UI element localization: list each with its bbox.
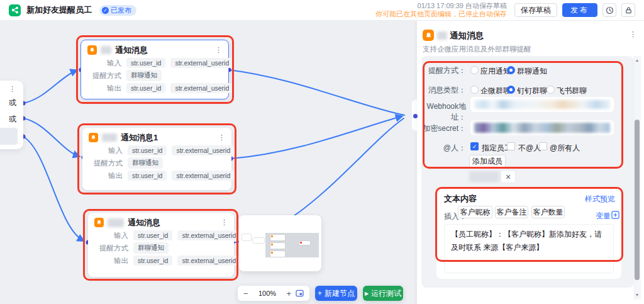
kebab-icon[interactable]: ⋮ [630,31,636,38]
new-node-button[interactable]: + 新建节点 [315,286,357,301]
radio-app-notify[interactable] [470,66,479,74]
save-draft-button[interactable]: 保存草稿 [514,3,557,17]
kebab-icon[interactable]: ⋮ [9,86,16,93]
redacted-text [101,46,111,54]
edge-or-to-node1 [23,70,76,103]
webhook-input[interactable] [470,97,614,112]
badge-label: 已发布 [111,6,131,15]
text-content-card: 文本内容 样式预览 插入： 客户昵称 客户备注 客户数量 变量 【员工昵称】：【… [436,188,621,279]
checkbox-at-all[interactable] [539,142,547,150]
status-badge: ✓ 已发布 [99,5,136,16]
secret-input[interactable] [470,120,614,135]
zoom-out-button[interactable]: − [243,290,248,298]
properties-panel: 通知消息 ⋮ 支持企微应用消息及外部群聊提醒 提醒方式： 应用通知 群聊通知 消… [417,21,644,304]
badge-check-icon: ✓ [102,7,109,14]
message-content-textarea[interactable]: 【员工昵称】：【客户昵称】新添加好友，请及时联系 来源【客户来源】 [444,224,614,273]
panel-subtitle: 支持企微应用消息及外部群聊提醒 [423,45,531,54]
radio-group-notify[interactable] [507,66,515,74]
insert-customer-nickname-button[interactable]: 客户昵称 [458,206,492,218]
pill-value: str.external_userid [177,256,240,266]
row-label: 提醒方式 [87,71,121,81]
row-label: 提醒方式 [89,159,123,168]
zoom-level: 100% [253,290,282,297]
checkbox-label[interactable]: 不@人 [518,143,541,154]
radio-label[interactable]: 钉钉群聊 [517,86,547,96]
checkbox-no-at[interactable] [507,142,515,150]
row-label: 输出 [89,171,123,181]
minimap-node-dot [271,244,273,245]
edge-node1-out [229,70,404,115]
variable-link[interactable]: 变量 [596,211,611,222]
radio-dingtalk-group[interactable] [507,86,515,94]
lock-icon [625,6,633,14]
row-label: 输出 [87,84,121,93]
node-notify-2[interactable]: 通知消息1 ⋮ 输入 str.user_id str.external_user… [82,128,231,190]
row-label: 提醒方式 [94,244,128,253]
publish-button[interactable]: 发布 [562,3,597,17]
bell-icon [423,30,434,41]
minimap[interactable] [239,215,321,271]
page-title: 新加好友提醒员工 [26,4,92,16]
pill-value: str.user_id [133,230,172,240]
app-logo-icon[interactable] [9,4,21,16]
bell-icon [94,218,104,227]
plus-icon: + [318,289,322,298]
clock-icon [606,6,614,14]
pill-value: str.external_userid [170,58,233,68]
edge-or-to-node2 [23,118,79,156]
checkbox-label[interactable]: @所有人 [550,143,580,154]
minimap-toggle-icon[interactable] [296,290,304,297]
pill-value: str.external_userid [177,230,240,240]
autosave-time: 01/13 17:09:39 自动保存草稿 [375,3,507,9]
scroll-up-icon[interactable]: ▴ [634,57,640,63]
kebab-icon[interactable]: ⋮ [215,47,222,53]
pill-value: 群聊通知 [126,70,162,81]
node-notify-1[interactable]: 通知消息 ⋮ 输入 str.user_id str.external_useri… [80,40,229,99]
radio-label[interactable]: 群聊通知 [517,66,547,77]
radio-feishu-group[interactable] [547,86,555,94]
redacted-member-chip [469,171,499,182]
node-notify-3[interactable]: 通知消息 ⋮ 输入 str.user_id str.external_useri… [88,213,234,277]
new-node-label: 新建节点 [325,288,355,299]
zoom-toolbar: − 100% + [238,286,309,301]
scrollbar-thumb[interactable] [635,120,640,280]
zoom-in-button[interactable]: + [286,290,291,298]
redacted-secret-value [474,123,610,133]
history-button[interactable] [602,3,616,17]
condition-or-card[interactable]: ⋮ 或 或 [0,81,23,149]
webhook-label: Webhook地址： [417,101,466,123]
minimap-node [242,234,251,240]
redacted-webhook-value [474,100,610,109]
kebab-icon[interactable]: ⋮ [218,134,225,141]
run-test-label: 运行测试 [371,288,401,299]
remove-member-button[interactable]: × [501,170,516,183]
scroll-down-icon[interactable]: ▾ [634,292,640,298]
minimap-node-dot [300,242,302,244]
radio-wecom-group[interactable] [470,86,479,94]
lock-button[interactable] [621,3,635,17]
insert-customer-note-button[interactable]: 客户备注 [495,206,528,218]
row-label: 输入 [89,146,123,155]
insert-customer-count-button[interactable]: 客户数量 [531,206,565,218]
redacted-text [108,218,124,227]
radio-label[interactable]: 企微群聊 [480,86,511,96]
row-label: 输入 [94,231,128,240]
autosave-warning: 你可能已在其他页面编辑，已停止自动保存 [375,11,507,18]
radio-label[interactable]: 飞书群聊 [557,86,587,96]
at-label: @人： [440,143,466,154]
minimap-node-dot [271,252,273,254]
panel-title: 通知消息 [450,30,484,42]
run-test-button[interactable]: ▶ 运行测试 [363,286,403,301]
kebab-icon[interactable]: ⋮ [221,219,228,226]
bell-icon [87,45,97,55]
style-preview-link[interactable]: 样式预览 [585,194,615,205]
checkbox-assign-staff[interactable]: ✓ [470,142,479,150]
redacted-text [102,133,117,142]
pill-value: str.user_id [128,145,167,155]
radio-label[interactable]: 应用通知 [480,66,511,77]
redacted-text [437,31,447,40]
pill-value: str.user_id [126,58,165,68]
condition-gray-block [0,128,18,145]
minimap-node [253,238,264,243]
add-member-button[interactable]: 添加成员 [469,155,506,168]
